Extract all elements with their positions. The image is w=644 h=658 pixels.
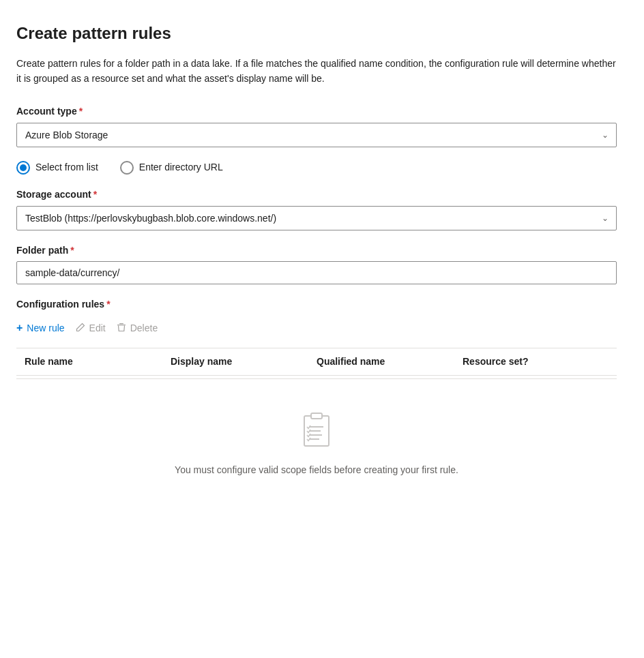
account-type-select-wrapper: Azure Blob Storage Azure Data Lake Stora… [16,123,617,147]
folder-path-label: Folder path * [16,244,628,258]
storage-account-field: Storage account * TestBlob (https://perl… [16,188,628,230]
rules-toolbar: + New rule Edit [16,320,628,337]
configuration-rules-label: Configuration rules * [16,298,628,312]
svg-rect-1 [119,323,123,324]
enter-directory-url-radio[interactable] [120,161,134,175]
col-rule-name: Rule name [25,355,171,369]
col-display-name: Display name [171,355,317,369]
enter-directory-url-label: Enter directory URL [139,161,223,175]
svg-rect-3 [311,413,322,419]
config-rules-required: * [106,298,110,312]
source-type-radio-group: Select from list Enter directory URL [16,161,628,175]
storage-account-label: Storage account * [16,188,628,202]
storage-account-required: * [93,188,97,202]
delete-icon [117,323,126,334]
folder-path-input[interactable] [16,261,617,284]
page-description: Create pattern rules for a folder path i… [16,56,617,87]
radio-selected-indicator [20,164,27,171]
account-type-select[interactable]: Azure Blob Storage Azure Data Lake Stora… [16,123,617,147]
storage-account-select[interactable]: TestBlob (https://perlovskybugbash.blob.… [16,206,617,230]
select-from-list-option[interactable]: Select from list [16,161,98,175]
account-type-label: Account type * [16,105,628,119]
select-from-list-label: Select from list [35,161,98,175]
svg-rect-0 [117,325,126,325]
col-qualified-name: Qualified name [317,355,463,369]
plus-icon: + [16,323,23,333]
folder-path-required: * [70,244,74,258]
folder-path-field: Folder path * [16,244,628,285]
col-resource-set: Resource set? [463,355,609,369]
page-title: Create pattern rules [16,22,628,45]
table-header-row: Rule name Display name Qualified name Re… [16,348,617,376]
table-divider [16,378,617,379]
required-indicator: * [79,105,83,119]
empty-state: You must configure valid scope fields be… [16,382,617,505]
rules-table: Rule name Display name Qualified name Re… [16,348,617,505]
edit-button[interactable]: Edit [76,320,106,337]
storage-account-select-wrapper: TestBlob (https://perlovskybugbash.blob.… [16,206,617,230]
new-rule-button[interactable]: + New rule [16,320,65,336]
page-container: Create pattern rules Create pattern rule… [0,0,644,658]
delete-button[interactable]: Delete [117,320,158,337]
empty-state-icon [295,409,338,453]
edit-icon [76,323,85,334]
account-type-field: Account type * Azure Blob Storage Azure … [16,105,628,147]
empty-state-text: You must configure valid scope fields be… [175,464,458,477]
select-from-list-radio[interactable] [16,161,30,175]
configuration-rules-section: Configuration rules * + New rule Edit [16,298,628,505]
enter-directory-url-option[interactable]: Enter directory URL [120,161,223,175]
